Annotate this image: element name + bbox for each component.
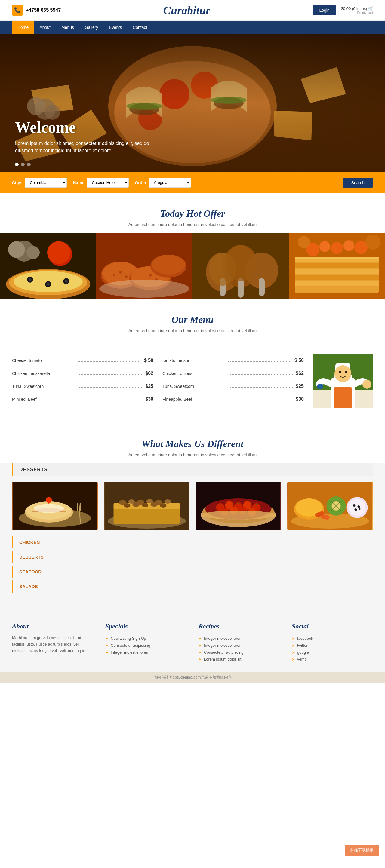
order-label: Order bbox=[135, 180, 146, 185]
footer-about: About Morbi pretium gravida nes ultrices… bbox=[12, 622, 93, 663]
svg-point-24 bbox=[47, 241, 70, 264]
food-item-1 bbox=[0, 233, 96, 299]
menu-item-name: Tuna, Sweetcorn bbox=[162, 384, 226, 389]
recipes-link-label: Lorem ipsum dolor sit bbox=[204, 657, 241, 661]
watermark-text: 仿同乌社区bbs.xieniao.com兄弟不然我嫌内容 bbox=[153, 675, 232, 680]
recipes-link-4[interactable]: ➤ Lorem ipsum dolor sit bbox=[199, 656, 280, 663]
arrow-icon: ➤ bbox=[105, 650, 108, 654]
footer-about-title: About bbox=[12, 622, 93, 630]
menu-item: Cheese, tomato $ 50 bbox=[12, 354, 153, 367]
specials-link-3[interactable]: ➤ Integer molestie lorem bbox=[105, 649, 186, 656]
menu-section: Cheese, tomato $ 50 Chicken, mozzarella … bbox=[0, 339, 385, 423]
drumstick-image bbox=[192, 233, 289, 299]
arrow-icon: ➤ bbox=[292, 637, 295, 641]
footer-recipes: Recipes ➤ Integer molestie lorem ➤ Integ… bbox=[199, 622, 280, 663]
svg-rect-70 bbox=[295, 257, 379, 259]
header: 📞 +4758 655 5947 Curabitur Login $0.00 (… bbox=[0, 0, 385, 21]
different-section: What Makes Us Different Autem vel eum ir… bbox=[0, 423, 385, 607]
dessert-item-1 bbox=[12, 482, 98, 530]
cart-empty-label: Empty cart bbox=[341, 11, 373, 14]
arrow-icon: ➤ bbox=[199, 657, 202, 661]
svg-point-140 bbox=[359, 508, 361, 510]
footer-grid: About Morbi pretium gravida nes ultrices… bbox=[12, 622, 373, 663]
svg-point-103 bbox=[165, 499, 171, 504]
svg-rect-62 bbox=[295, 269, 379, 274]
seafood-link[interactable]: SEAFOOD bbox=[12, 565, 373, 578]
our-menu-header: Our Menu Autem vel eum iriure dolor in h… bbox=[0, 299, 385, 339]
chef-image bbox=[313, 354, 373, 408]
menu-item-price: $30 bbox=[145, 397, 153, 402]
footer-social: Social ➤ facebook ➤ twitter ➤ google ➤ v… bbox=[292, 622, 373, 663]
menu-item-dots bbox=[229, 400, 293, 401]
social-google-label: google bbox=[297, 650, 309, 654]
arrow-icon: ➤ bbox=[292, 650, 295, 654]
menu-right-col: tomato, mushr $ 50 Chicken, onions $62 T… bbox=[162, 354, 304, 408]
our-menu-subtitle: Autem vel eum iriure dolor in hendrerit … bbox=[12, 328, 373, 333]
nav-item-about[interactable]: About bbox=[34, 21, 56, 34]
menu-item-name: Chicken, mozzarella bbox=[12, 371, 76, 376]
hero-dot-1[interactable] bbox=[15, 163, 19, 166]
social-link-twitter[interactable]: ➤ twitter bbox=[292, 642, 373, 649]
arrow-icon: ➤ bbox=[292, 643, 295, 648]
header-right: Login $0.00 (0 items) 🛒 Empty cart bbox=[313, 5, 373, 15]
svg-point-80 bbox=[345, 371, 347, 373]
dessert-grid bbox=[12, 482, 373, 530]
fried-chicken-image bbox=[96, 233, 192, 299]
name-select[interactable]: Cocoon Hotel Hotel OneHotel Two bbox=[87, 178, 129, 188]
recipes-link-2[interactable]: ➤ Integer molestie lorem bbox=[199, 642, 280, 649]
site-logo: Curabitur bbox=[163, 4, 210, 17]
specials-link-1[interactable]: ➤ New Listing Sign-Up bbox=[105, 635, 186, 642]
svg-point-66 bbox=[320, 241, 330, 252]
menu-item-name: Tuna, Sweetcorn bbox=[12, 384, 76, 389]
svg-point-67 bbox=[331, 242, 343, 254]
menu-item-name: Pineapple, Beef bbox=[162, 397, 226, 402]
search-button[interactable]: Search bbox=[343, 178, 373, 188]
menu-item-dots bbox=[79, 374, 143, 375]
specials-link-2[interactable]: ➤ Consectetur adipiscing bbox=[105, 642, 186, 649]
chicken-link[interactable]: CHICKEN bbox=[12, 536, 373, 549]
social-link-vemo[interactable]: ➤ vemo bbox=[292, 656, 373, 663]
hero-dot-2[interactable] bbox=[21, 163, 25, 166]
recipes-link-label: Integer molestie lorem bbox=[204, 643, 243, 648]
food-gallery bbox=[0, 233, 385, 299]
menu-item-dots bbox=[79, 400, 143, 401]
order-select[interactable]: Aruguia PizzaChicken bbox=[149, 178, 191, 188]
nav-item-gallery[interactable]: Gallery bbox=[80, 21, 103, 34]
social-link-google[interactable]: ➤ google bbox=[292, 649, 373, 656]
desserts-header: DESSERTS bbox=[12, 463, 373, 476]
menu-item: Chicken, onions $62 bbox=[162, 367, 304, 380]
desserts-label: DESSERTS bbox=[19, 467, 367, 472]
hero-dot-3[interactable] bbox=[27, 163, 31, 166]
chef-svg bbox=[313, 354, 373, 408]
our-menu-title: Our Menu bbox=[12, 314, 373, 325]
category-links: CHICKEN DESSERTS SEAFOOD SALADS bbox=[12, 536, 373, 593]
salads-link[interactable]: SALADS bbox=[12, 580, 373, 593]
social-link-facebook[interactable]: ➤ facebook bbox=[292, 635, 373, 642]
dessert-roll-svg bbox=[12, 482, 98, 530]
nav-item-home[interactable]: Home bbox=[12, 21, 34, 34]
login-button[interactable]: Login bbox=[313, 5, 336, 15]
nav-item-menus[interactable]: Menus bbox=[56, 21, 80, 34]
menu-item: tomato, mushr $ 50 bbox=[162, 354, 304, 367]
svg-point-105 bbox=[132, 502, 140, 507]
svg-rect-81 bbox=[334, 387, 352, 408]
main-nav: Home About Menus Gallery Events Contact bbox=[0, 21, 385, 34]
footer-about-text: Morbi pretium gravida nes ultrices. Ut a… bbox=[12, 635, 93, 654]
desserts-link[interactable]: DESSERTS bbox=[12, 551, 373, 563]
menu-item-price: $62 bbox=[145, 371, 153, 376]
social-facebook-label: facebook bbox=[297, 636, 313, 641]
svg-point-33 bbox=[47, 283, 50, 286]
svg-point-31 bbox=[65, 280, 68, 283]
recipes-link-1[interactable]: ➤ Integer molestie lorem bbox=[199, 635, 280, 642]
city-select[interactable]: Columbia New YorkChicago bbox=[25, 178, 67, 188]
svg-rect-61 bbox=[295, 263, 379, 268]
hero-subtitle: Lorem ipsum dolor sit amet, consectetur … bbox=[15, 140, 159, 154]
svg-rect-57 bbox=[192, 233, 289, 299]
recipes-link-3[interactable]: ➤ Consectetur adipiscing bbox=[199, 649, 280, 656]
dessert-item-4 bbox=[287, 482, 373, 530]
footer-social-title: Social bbox=[292, 622, 373, 630]
arrow-icon: ➤ bbox=[105, 643, 108, 648]
menu-grid: Cheese, tomato $ 50 Chicken, mozzarella … bbox=[12, 354, 373, 408]
nav-item-events[interactable]: Events bbox=[103, 21, 127, 34]
nav-item-contact[interactable]: Contact bbox=[127, 21, 152, 34]
